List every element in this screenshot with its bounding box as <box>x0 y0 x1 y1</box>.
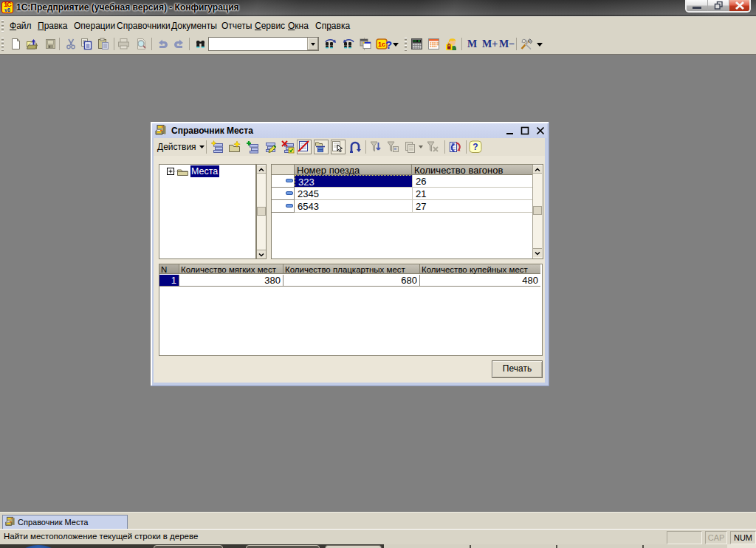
svg-text:?: ? <box>472 142 478 152</box>
svg-text:1с: 1с <box>378 41 385 48</box>
svg-text:?: ? <box>385 38 392 51</box>
